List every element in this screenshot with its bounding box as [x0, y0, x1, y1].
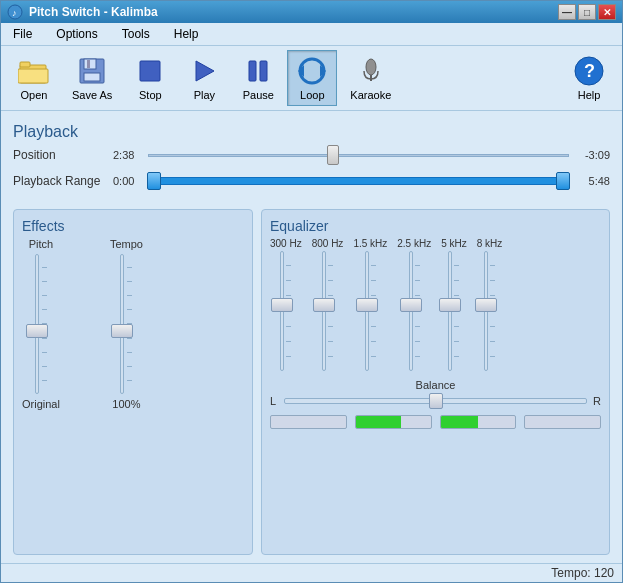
play-button[interactable]: Play — [179, 50, 229, 106]
save-button[interactable]: Save As — [63, 50, 121, 106]
svg-marker-10 — [196, 61, 214, 81]
tick — [127, 352, 132, 353]
eq-band-5: 8 kHz — [477, 238, 503, 371]
menu-options[interactable]: Options — [48, 25, 105, 43]
stop-icon — [134, 55, 166, 87]
tempo-thumb[interactable] — [111, 324, 133, 338]
tempo-display: Tempo: 120 — [551, 566, 614, 580]
eq-thumb-3[interactable] — [400, 298, 422, 312]
eq-freq-2: 1.5 kHz — [353, 238, 387, 249]
pitch-thumb[interactable] — [26, 324, 48, 338]
bottom-bar: Tempo: 120 — [1, 563, 622, 582]
level-bar-2 — [440, 415, 517, 429]
position-label: Position — [13, 148, 113, 162]
tick — [127, 267, 132, 268]
svg-rect-12 — [260, 61, 267, 81]
pitch-label: Pitch — [29, 238, 53, 250]
menu-help[interactable]: Help — [166, 25, 207, 43]
svg-rect-8 — [87, 60, 90, 68]
range-label: Playback Range — [13, 174, 113, 188]
eq-track-0 — [280, 251, 284, 371]
menu-tools[interactable]: Tools — [114, 25, 158, 43]
close-button[interactable]: ✕ — [598, 4, 616, 20]
eq-track-2 — [365, 251, 369, 371]
eq-section: Equalizer 300 Hz — [261, 209, 610, 555]
position-track — [148, 154, 569, 157]
karaoke-label: Karaoke — [350, 89, 391, 101]
open-button[interactable]: Open — [9, 50, 59, 106]
svg-rect-11 — [249, 61, 256, 81]
svg-text:?: ? — [584, 61, 595, 81]
position-thumb[interactable] — [327, 145, 339, 165]
menu-bar: File Options Tools Help — [1, 23, 622, 46]
tempo-track — [120, 254, 124, 394]
stop-label: Stop — [139, 89, 162, 101]
save-icon — [76, 55, 108, 87]
pause-button[interactable]: Pause — [233, 50, 283, 106]
eq-thumb-2[interactable] — [356, 298, 378, 312]
balance-right: R — [591, 395, 601, 407]
position-row: Position 2:38 -3:09 — [13, 145, 610, 165]
help-button[interactable]: ? Help — [564, 50, 614, 106]
app-icon: ♪ — [7, 4, 23, 20]
tempo-value: 100% — [112, 398, 140, 410]
level-bar-0 — [270, 415, 347, 429]
range-start-thumb[interactable] — [147, 172, 161, 190]
eq-band-0: 300 Hz — [270, 238, 302, 371]
stop-button[interactable]: Stop — [125, 50, 175, 106]
balance-section: Balance L R — [270, 379, 601, 407]
eq-track-1 — [322, 251, 326, 371]
minimize-button[interactable]: — — [558, 4, 576, 20]
tick — [42, 309, 47, 310]
karaoke-button[interactable]: Karaoke — [341, 50, 400, 106]
loop-label: Loop — [300, 89, 324, 101]
eq-track-4 — [448, 251, 452, 371]
range-start: 0:00 — [113, 175, 148, 187]
eq-thumb-1[interactable] — [313, 298, 335, 312]
tick — [127, 309, 132, 310]
balance-row: L R — [270, 395, 601, 407]
range-end-thumb[interactable] — [556, 172, 570, 190]
pause-label: Pause — [243, 89, 274, 101]
eq-track-5 — [484, 251, 488, 371]
eq-thumb-0[interactable] — [271, 298, 293, 312]
balance-thumb[interactable] — [429, 393, 443, 409]
eq-thumb-4[interactable] — [439, 298, 461, 312]
help-icon: ? — [573, 55, 605, 87]
svg-rect-3 — [20, 62, 30, 67]
play-label: Play — [194, 89, 215, 101]
save-label: Save As — [72, 89, 112, 101]
playback-section: Playback Position 2:38 -3:09 Playback Ra… — [13, 119, 610, 201]
level-bars — [270, 415, 601, 429]
effects-eq-row: Effects Pitch — [13, 209, 610, 555]
level-fill-2 — [441, 416, 478, 428]
eq-freq-3: 2.5 kHz — [397, 238, 431, 249]
play-icon — [188, 55, 220, 87]
title-bar: ♪ Pitch Switch - Kalimba — □ ✕ — [1, 1, 622, 23]
menu-file[interactable]: File — [5, 25, 40, 43]
eq-thumb-5[interactable] — [475, 298, 497, 312]
tempo-slider-container — [114, 254, 138, 394]
eq-freq-4: 5 kHz — [441, 238, 467, 249]
eq-band-3: 2.5 kHz — [397, 238, 431, 371]
eq-title: Equalizer — [270, 218, 601, 234]
tempo-label: Tempo — [110, 238, 143, 250]
maximize-button[interactable]: □ — [578, 4, 596, 20]
title-text: Pitch Switch - Kalimba — [29, 5, 158, 19]
position-remaining: -3:09 — [575, 149, 610, 161]
balance-left: L — [270, 395, 280, 407]
title-controls: — □ ✕ — [558, 4, 616, 20]
pitch-track — [35, 254, 39, 394]
loop-button[interactable]: Loop — [287, 50, 337, 106]
tick — [42, 267, 47, 268]
eq-band-2: 1.5 kHz — [353, 238, 387, 371]
position-slider-container — [148, 145, 569, 165]
eq-band-4: 5 kHz — [441, 238, 467, 371]
eq-freq-0: 300 Hz — [270, 238, 302, 249]
tick — [42, 281, 47, 282]
tick — [42, 295, 47, 296]
eq-track-3 — [409, 251, 413, 371]
pause-icon — [242, 55, 274, 87]
eq-freq-5: 8 kHz — [477, 238, 503, 249]
svg-point-16 — [366, 59, 376, 75]
